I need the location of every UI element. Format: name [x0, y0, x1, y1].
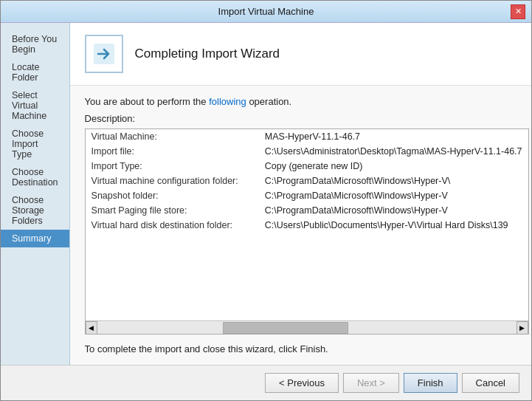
- row-key: Virtual hard disk destination folder:: [86, 218, 259, 233]
- scroll-left-button[interactable]: ◀: [86, 321, 97, 335]
- main-window: Import Virtual Machine ✕ Before You Begi…: [0, 0, 532, 401]
- sidebar-item-choose-destination[interactable]: Choose Destination: [1, 163, 69, 191]
- header-title: Completing Import Wizard: [135, 47, 280, 61]
- row-key: Smart Paging file store:: [86, 203, 259, 218]
- sidebar-item-select-vm[interactable]: Select Virtual Machine: [1, 86, 69, 125]
- finish-text: To complete the import and close this wi…: [85, 343, 529, 354]
- table-row: Virtual machine configuration folder:C:\…: [86, 174, 528, 188]
- finish-button[interactable]: Finish: [404, 373, 457, 393]
- data-table-scroll[interactable]: Virtual Machine:MAS-HyperV-11.1-46.7Impo…: [86, 129, 528, 321]
- horizontal-scrollbar[interactable]: ◀ ▶: [86, 321, 528, 334]
- row-value: C:\ProgramData\Microsoft\Windows\Hyper-V: [259, 203, 528, 218]
- row-key: Virtual machine configuration folder:: [86, 174, 259, 188]
- highlight-text: following: [209, 96, 246, 107]
- sidebar-item-locate-folder[interactable]: Locate Folder: [1, 58, 69, 86]
- close-button[interactable]: ✕: [511, 4, 525, 19]
- table-row: Snapshot folder:C:\ProgramData\Microsoft…: [86, 188, 528, 203]
- previous-button[interactable]: < Previous: [265, 373, 339, 393]
- summary-table: Virtual Machine:MAS-HyperV-11.1-46.7Impo…: [86, 129, 528, 233]
- row-key: Import file:: [86, 144, 259, 159]
- row-key: Snapshot folder:: [86, 188, 259, 203]
- window-title: Import Virtual Machine: [21, 6, 511, 17]
- sidebar-item-summary[interactable]: Summary: [1, 230, 69, 247]
- description-label: Description:: [85, 113, 529, 124]
- row-value: C:\ProgramData\Microsoft\Windows\Hyper-V: [259, 188, 528, 203]
- table-row: Import Type:Copy (generate new ID): [86, 159, 528, 174]
- body-section: You are about to perform the following o…: [70, 86, 531, 365]
- content-area: Before You BeginLocate FolderSelect Virt…: [1, 23, 531, 365]
- row-value: Copy (generate new ID): [259, 159, 528, 174]
- scroll-thumb[interactable]: [223, 322, 348, 334]
- sidebar-item-before-you-begin[interactable]: Before You Begin: [1, 30, 69, 58]
- table-row: Virtual hard disk destination folder:C:\…: [86, 218, 528, 233]
- table-row: Virtual Machine:MAS-HyperV-11.1-46.7: [86, 129, 528, 144]
- cancel-button[interactable]: Cancel: [462, 373, 519, 393]
- sidebar-item-choose-storage-folders[interactable]: Choose Storage Folders: [1, 191, 69, 230]
- wizard-icon: [85, 35, 123, 73]
- title-bar: Import Virtual Machine ✕: [1, 1, 531, 23]
- row-value: C:\Users\Public\Documents\Hyper-V\Virtua…: [259, 218, 528, 233]
- intro-text: You are about to perform the following o…: [85, 96, 529, 107]
- data-table-container: Virtual Machine:MAS-HyperV-11.1-46.7Impo…: [85, 128, 529, 335]
- row-key: Import Type:: [86, 159, 259, 174]
- header-section: Completing Import Wizard: [70, 23, 531, 86]
- main-content: Completing Import Wizard You are about t…: [70, 23, 531, 365]
- next-button[interactable]: Next >: [343, 373, 399, 393]
- sidebar-item-choose-import-type[interactable]: Choose Import Type: [1, 125, 69, 163]
- row-value: MAS-HyperV-11.1-46.7: [259, 129, 528, 144]
- sidebar: Before You BeginLocate FolderSelect Virt…: [1, 23, 70, 365]
- row-value: C:\Users\Administrator\Desktop\Tagma\MAS…: [259, 144, 528, 159]
- scroll-track[interactable]: [97, 322, 517, 334]
- table-row: Import file:C:\Users\Administrator\Deskt…: [86, 144, 528, 159]
- scroll-right-button[interactable]: ▶: [517, 321, 528, 335]
- button-bar: < Previous Next > Finish Cancel: [1, 365, 531, 400]
- arrow-icon: [92, 42, 116, 66]
- table-row: Smart Paging file store:C:\ProgramData\M…: [86, 203, 528, 218]
- row-key: Virtual Machine:: [86, 129, 259, 144]
- row-value: C:\ProgramData\Microsoft\Windows\Hyper-V…: [259, 174, 528, 188]
